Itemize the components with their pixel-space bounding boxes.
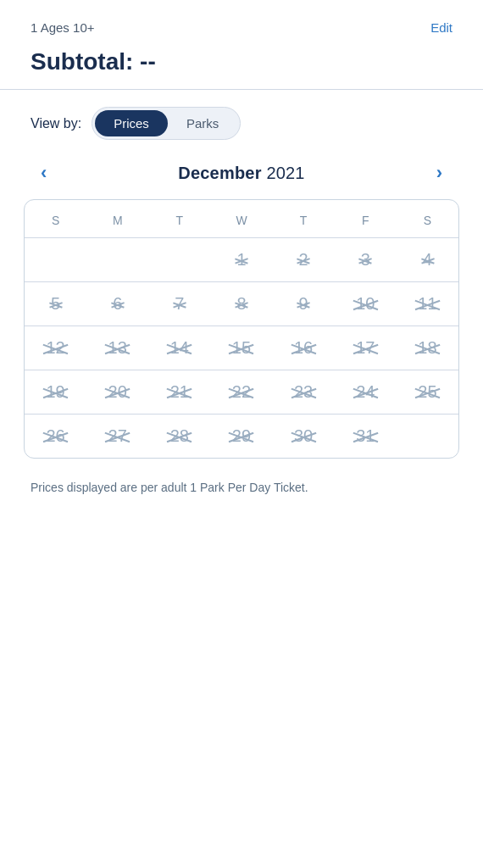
day-cell-20[interactable]: 20 bbox=[86, 370, 148, 414]
day-cell-17[interactable]: 17 bbox=[335, 326, 397, 370]
day-cell-5[interactable]: 5 bbox=[25, 282, 86, 326]
day-cell-22[interactable]: 22 bbox=[210, 370, 272, 414]
prev-month-arrow[interactable]: ‹ bbox=[34, 160, 53, 186]
calendar-container: S M T W T F S 1 2 3 4 5 6 7 8 9 10 11 12… bbox=[24, 199, 459, 459]
day-cell-14[interactable]: 14 bbox=[148, 326, 210, 370]
day-cell-12[interactable]: 12 bbox=[25, 326, 86, 370]
day-cell-27[interactable]: 27 bbox=[86, 415, 148, 458]
next-month-arrow[interactable]: › bbox=[430, 160, 449, 186]
day-cell-28[interactable]: 28 bbox=[148, 415, 210, 458]
day-cell-1[interactable]: 1 bbox=[210, 238, 272, 281]
footnote: Prices displayed are per adult 1 Park Pe… bbox=[0, 459, 483, 497]
day-cell-31[interactable]: 31 bbox=[335, 415, 397, 458]
divider bbox=[0, 89, 483, 90]
day-cell-empty-3 bbox=[148, 238, 210, 281]
day-header-fri: F bbox=[335, 200, 397, 237]
day-cell-13[interactable]: 13 bbox=[86, 326, 148, 370]
day-cell-11[interactable]: 11 bbox=[397, 282, 458, 326]
day-cell-18[interactable]: 18 bbox=[397, 326, 458, 370]
day-cell-empty-2 bbox=[86, 238, 148, 281]
footnote-text: Prices displayed are per adult 1 Park Pe… bbox=[31, 481, 308, 494]
day-cell-23[interactable]: 23 bbox=[273, 370, 335, 414]
ages-label: 1 Ages 10+ bbox=[31, 20, 94, 35]
day-header-sun: S bbox=[25, 200, 86, 237]
toggle-prices-button[interactable]: Prices bbox=[95, 110, 168, 136]
day-cell-empty-last bbox=[397, 415, 458, 458]
day-cell-2[interactable]: 2 bbox=[273, 238, 335, 281]
day-cell-4[interactable]: 4 bbox=[397, 238, 458, 281]
edit-link[interactable]: Edit bbox=[430, 20, 452, 35]
day-cell-8[interactable]: 8 bbox=[210, 282, 272, 326]
subtotal-section: Subtotal: -- bbox=[0, 45, 483, 89]
day-cell-16[interactable]: 16 bbox=[273, 326, 335, 370]
day-cell-empty-1 bbox=[25, 238, 86, 281]
day-cell-21[interactable]: 21 bbox=[148, 370, 210, 414]
header-section: 1 Ages 10+ Edit bbox=[0, 0, 483, 45]
day-cell-10[interactable]: 10 bbox=[335, 282, 397, 326]
calendar-nav: ‹ December 2021 › bbox=[0, 160, 483, 199]
day-header-wed: W bbox=[210, 200, 272, 237]
day-cell-15[interactable]: 15 bbox=[210, 326, 272, 370]
day-cell-6[interactable]: 6 bbox=[86, 282, 148, 326]
day-cell-26[interactable]: 26 bbox=[25, 415, 86, 458]
day-cell-9[interactable]: 9 bbox=[273, 282, 335, 326]
day-header-sat: S bbox=[397, 200, 458, 237]
subtotal-text: Subtotal: -- bbox=[31, 48, 452, 75]
day-header-tue: T bbox=[148, 200, 210, 237]
day-cell-25[interactable]: 25 bbox=[397, 370, 458, 414]
toggle-container: Prices Parks bbox=[92, 107, 241, 140]
day-cell-24[interactable]: 24 bbox=[335, 370, 397, 414]
day-cell-29[interactable]: 29 bbox=[210, 415, 272, 458]
day-header-mon: M bbox=[86, 200, 148, 237]
day-cell-19[interactable]: 19 bbox=[25, 370, 86, 414]
month-title: December 2021 bbox=[178, 164, 304, 183]
day-cell-3[interactable]: 3 bbox=[335, 238, 397, 281]
day-cell-7[interactable]: 7 bbox=[148, 282, 210, 326]
day-header-thu: T bbox=[273, 200, 335, 237]
toggle-parks-button[interactable]: Parks bbox=[168, 110, 237, 136]
day-cell-30[interactable]: 30 bbox=[273, 415, 335, 458]
view-by-label: View by: bbox=[31, 116, 81, 131]
calendar-grid: S M T W T F S 1 2 3 4 5 6 7 8 9 10 11 12… bbox=[25, 200, 458, 458]
view-by-section: View by: Prices Parks bbox=[0, 107, 483, 160]
